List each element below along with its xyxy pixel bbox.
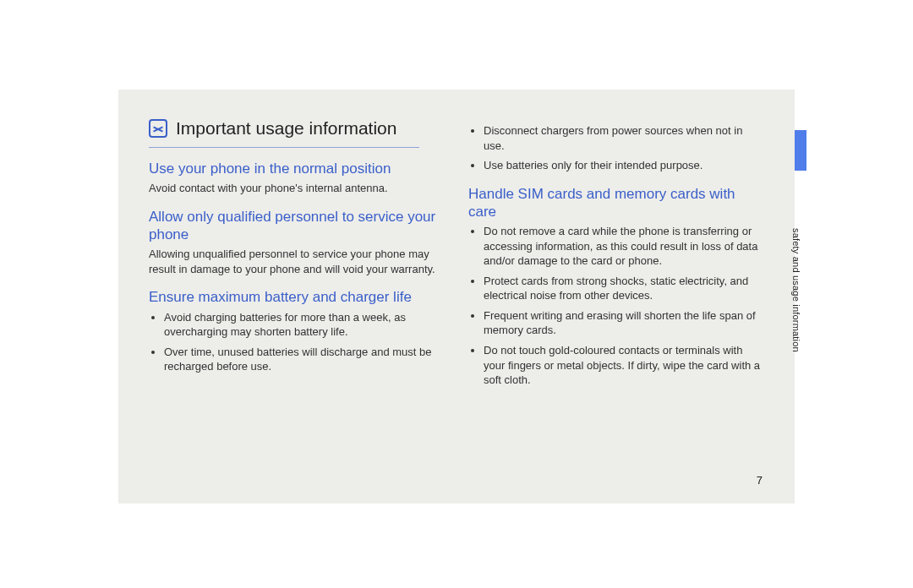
page-title-row: Important usage information — [149, 118, 445, 139]
columns: Important usage information Use your pho… — [149, 118, 764, 475]
side-section-label: safety and usage information — [791, 228, 801, 363]
bullet-list: Avoid charging batteries for more than a… — [149, 310, 445, 374]
section-heading-normal-position: Use your phone in the normal position — [149, 160, 445, 177]
manual-page: Important usage information Use your pho… — [118, 90, 795, 504]
list-item: Over time, unused batteries will dischar… — [164, 345, 445, 374]
info-icon — [149, 119, 167, 138]
list-item: Protect cards from strong shocks, static… — [484, 274, 764, 303]
section-heading-battery-charger: Ensure maximum battery and charger life — [149, 288, 445, 306]
list-item: Avoid charging batteries for more than a… — [164, 310, 445, 340]
page-title: Important usage information — [176, 118, 396, 139]
bullet-list: Do not remove a card while the phone is … — [468, 224, 764, 387]
body-text: Allowing unqualified personnel to servic… — [149, 247, 445, 276]
page-number: 7 — [757, 474, 763, 487]
list-item: Frequent writing and erasing will shorte… — [484, 308, 764, 338]
list-item: Disconnect chargers from power sources w… — [484, 123, 764, 153]
title-underline — [149, 147, 419, 148]
right-column: Disconnect chargers from power sources w… — [468, 118, 764, 475]
left-column: Important usage information Use your pho… — [149, 118, 445, 475]
bullet-list: Disconnect chargers from power sources w… — [468, 123, 764, 173]
section-tab — [795, 130, 806, 171]
list-item: Use batteries only for their intended pu… — [484, 158, 764, 173]
list-item: Do not remove a card while the phone is … — [484, 224, 764, 269]
list-item: Do not touch gold-coloured contacts or t… — [484, 343, 764, 388]
section-heading-qualified-personnel: Allow only qualified personnel to servic… — [149, 208, 445, 244]
body-text: Avoid contact with your phone's internal… — [149, 181, 445, 196]
section-heading-sim-memory: Handle SIM cards and memory cards with c… — [468, 185, 764, 221]
